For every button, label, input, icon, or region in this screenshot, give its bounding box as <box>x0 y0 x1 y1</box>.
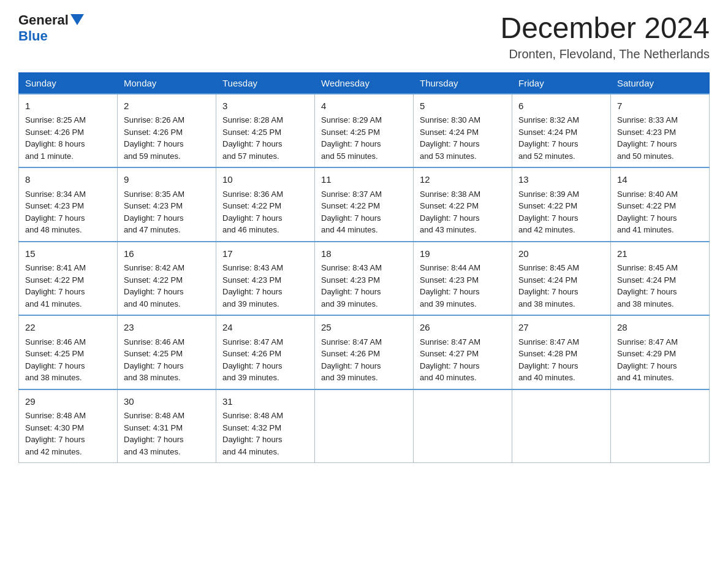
day-info: Sunrise: 8:48 AM Sunset: 4:32 PM Dayligh… <box>222 410 308 458</box>
day-info: Sunrise: 8:37 AM Sunset: 4:22 PM Dayligh… <box>321 188 407 236</box>
calendar-cell: 23Sunrise: 8:46 AM Sunset: 4:25 PM Dayli… <box>118 315 216 389</box>
header-day-saturday: Saturday <box>611 72 710 94</box>
calendar-table: SundayMondayTuesdayWednesdayThursdayFrid… <box>18 72 710 464</box>
calendar-cell <box>512 389 611 463</box>
day-info: Sunrise: 8:38 AM Sunset: 4:22 PM Dayligh… <box>420 188 506 236</box>
day-number: 7 <box>617 99 703 113</box>
day-info: Sunrise: 8:45 AM Sunset: 4:24 PM Dayligh… <box>617 262 703 310</box>
day-number: 4 <box>321 99 407 113</box>
day-number: 26 <box>420 321 506 335</box>
calendar-cell: 16Sunrise: 8:42 AM Sunset: 4:22 PM Dayli… <box>118 242 216 316</box>
day-number: 30 <box>124 395 210 409</box>
day-info: Sunrise: 8:33 AM Sunset: 4:23 PM Dayligh… <box>617 114 703 162</box>
calendar-cell: 26Sunrise: 8:47 AM Sunset: 4:27 PM Dayli… <box>414 315 512 389</box>
calendar-cell: 3Sunrise: 8:28 AM Sunset: 4:25 PM Daylig… <box>216 94 315 168</box>
day-info: Sunrise: 8:43 AM Sunset: 4:23 PM Dayligh… <box>321 262 407 310</box>
day-number: 19 <box>420 247 506 261</box>
day-number: 3 <box>222 99 308 113</box>
day-info: Sunrise: 8:26 AM Sunset: 4:26 PM Dayligh… <box>124 114 210 162</box>
calendar-cell: 21Sunrise: 8:45 AM Sunset: 4:24 PM Dayli… <box>611 242 710 316</box>
day-number: 5 <box>420 99 506 113</box>
calendar-cell: 5Sunrise: 8:30 AM Sunset: 4:24 PM Daylig… <box>414 94 512 168</box>
calendar-cell: 17Sunrise: 8:43 AM Sunset: 4:23 PM Dayli… <box>216 242 315 316</box>
calendar-cell: 4Sunrise: 8:29 AM Sunset: 4:25 PM Daylig… <box>315 94 414 168</box>
month-title: December 2024 <box>500 12 710 45</box>
day-info: Sunrise: 8:46 AM Sunset: 4:25 PM Dayligh… <box>124 336 210 384</box>
calendar-cell: 20Sunrise: 8:45 AM Sunset: 4:24 PM Dayli… <box>512 242 611 316</box>
header-day-wednesday: Wednesday <box>315 72 414 94</box>
header-row: SundayMondayTuesdayWednesdayThursdayFrid… <box>19 72 710 94</box>
day-info: Sunrise: 8:41 AM Sunset: 4:22 PM Dayligh… <box>25 262 111 310</box>
day-number: 8 <box>25 173 111 187</box>
day-info: Sunrise: 8:45 AM Sunset: 4:24 PM Dayligh… <box>518 262 604 310</box>
calendar-cell: 9Sunrise: 8:35 AM Sunset: 4:23 PM Daylig… <box>118 167 216 242</box>
week-row-1: 1Sunrise: 8:25 AM Sunset: 4:26 PM Daylig… <box>19 94 710 168</box>
day-number: 1 <box>25 99 111 113</box>
calendar-cell: 8Sunrise: 8:34 AM Sunset: 4:23 PM Daylig… <box>19 167 118 242</box>
page-header: General Blue December 2024 Dronten, Flev… <box>18 12 710 61</box>
week-row-4: 22Sunrise: 8:46 AM Sunset: 4:25 PM Dayli… <box>19 315 710 389</box>
calendar-cell: 24Sunrise: 8:47 AM Sunset: 4:26 PM Dayli… <box>216 315 315 389</box>
calendar-cell <box>315 389 414 463</box>
logo-triangle-icon <box>70 14 84 25</box>
calendar-cell: 31Sunrise: 8:48 AM Sunset: 4:32 PM Dayli… <box>216 389 315 463</box>
calendar-cell: 30Sunrise: 8:48 AM Sunset: 4:31 PM Dayli… <box>118 389 216 463</box>
location-title: Dronten, Flevoland, The Netherlands <box>500 47 710 61</box>
day-info: Sunrise: 8:34 AM Sunset: 4:23 PM Dayligh… <box>25 188 111 236</box>
day-number: 23 <box>124 321 210 335</box>
day-info: Sunrise: 8:29 AM Sunset: 4:25 PM Dayligh… <box>321 114 407 162</box>
day-info: Sunrise: 8:47 AM Sunset: 4:26 PM Dayligh… <box>222 336 308 384</box>
day-number: 15 <box>25 247 111 261</box>
logo-general: General <box>18 12 69 28</box>
calendar-cell: 27Sunrise: 8:47 AM Sunset: 4:28 PM Dayli… <box>512 315 611 389</box>
day-info: Sunrise: 8:44 AM Sunset: 4:23 PM Dayligh… <box>420 262 506 310</box>
week-row-5: 29Sunrise: 8:48 AM Sunset: 4:30 PM Dayli… <box>19 389 710 463</box>
calendar-cell: 14Sunrise: 8:40 AM Sunset: 4:22 PM Dayli… <box>611 167 710 242</box>
calendar-cell <box>611 389 710 463</box>
day-number: 16 <box>124 247 210 261</box>
calendar-cell: 7Sunrise: 8:33 AM Sunset: 4:23 PM Daylig… <box>611 94 710 168</box>
calendar-cell <box>414 389 512 463</box>
day-number: 18 <box>321 247 407 261</box>
day-number: 17 <box>222 247 308 261</box>
day-number: 31 <box>222 395 308 409</box>
day-number: 28 <box>617 321 703 335</box>
day-number: 25 <box>321 321 407 335</box>
day-info: Sunrise: 8:47 AM Sunset: 4:29 PM Dayligh… <box>617 336 703 384</box>
calendar-cell: 19Sunrise: 8:44 AM Sunset: 4:23 PM Dayli… <box>414 242 512 316</box>
calendar-cell: 13Sunrise: 8:39 AM Sunset: 4:22 PM Dayli… <box>512 167 611 242</box>
calendar-cell: 2Sunrise: 8:26 AM Sunset: 4:26 PM Daylig… <box>118 94 216 168</box>
logo: General Blue <box>18 12 84 44</box>
calendar-cell: 22Sunrise: 8:46 AM Sunset: 4:25 PM Dayli… <box>19 315 118 389</box>
header-day-tuesday: Tuesday <box>216 72 315 94</box>
day-number: 29 <box>25 395 111 409</box>
header-day-friday: Friday <box>512 72 611 94</box>
header-day-monday: Monday <box>118 72 216 94</box>
svg-marker-0 <box>70 14 84 25</box>
day-number: 12 <box>420 173 506 187</box>
day-number: 6 <box>518 99 604 113</box>
logo-blue: Blue <box>18 28 48 44</box>
week-row-2: 8Sunrise: 8:34 AM Sunset: 4:23 PM Daylig… <box>19 167 710 242</box>
calendar-cell: 6Sunrise: 8:32 AM Sunset: 4:24 PM Daylig… <box>512 94 611 168</box>
day-info: Sunrise: 8:28 AM Sunset: 4:25 PM Dayligh… <box>222 114 308 162</box>
day-info: Sunrise: 8:47 AM Sunset: 4:27 PM Dayligh… <box>420 336 506 384</box>
day-info: Sunrise: 8:48 AM Sunset: 4:30 PM Dayligh… <box>25 410 111 458</box>
calendar-header: SundayMondayTuesdayWednesdayThursdayFrid… <box>19 72 710 94</box>
day-info: Sunrise: 8:46 AM Sunset: 4:25 PM Dayligh… <box>25 336 111 384</box>
calendar-cell: 15Sunrise: 8:41 AM Sunset: 4:22 PM Dayli… <box>19 242 118 316</box>
day-info: Sunrise: 8:36 AM Sunset: 4:22 PM Dayligh… <box>222 188 308 236</box>
day-info: Sunrise: 8:25 AM Sunset: 4:26 PM Dayligh… <box>25 114 111 162</box>
day-number: 27 <box>518 321 604 335</box>
day-info: Sunrise: 8:40 AM Sunset: 4:22 PM Dayligh… <box>617 188 703 236</box>
day-number: 20 <box>518 247 604 261</box>
day-info: Sunrise: 8:39 AM Sunset: 4:22 PM Dayligh… <box>518 188 604 236</box>
day-info: Sunrise: 8:47 AM Sunset: 4:28 PM Dayligh… <box>518 336 604 384</box>
day-number: 14 <box>617 173 703 187</box>
calendar-body: 1Sunrise: 8:25 AM Sunset: 4:26 PM Daylig… <box>19 94 710 463</box>
day-info: Sunrise: 8:47 AM Sunset: 4:26 PM Dayligh… <box>321 336 407 384</box>
calendar-cell: 29Sunrise: 8:48 AM Sunset: 4:30 PM Dayli… <box>19 389 118 463</box>
header-day-sunday: Sunday <box>19 72 118 94</box>
day-info: Sunrise: 8:35 AM Sunset: 4:23 PM Dayligh… <box>124 188 210 236</box>
day-number: 22 <box>25 321 111 335</box>
